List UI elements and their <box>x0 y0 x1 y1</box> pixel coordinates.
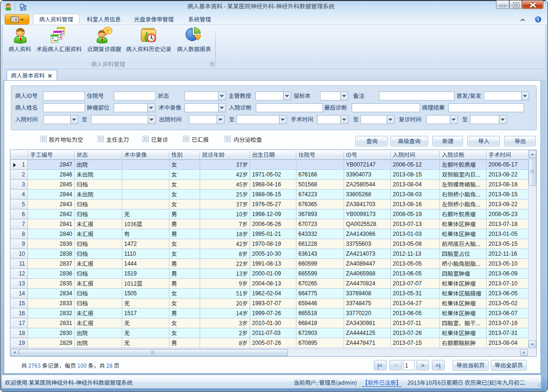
svg-text:i: i <box>537 17 539 22</box>
